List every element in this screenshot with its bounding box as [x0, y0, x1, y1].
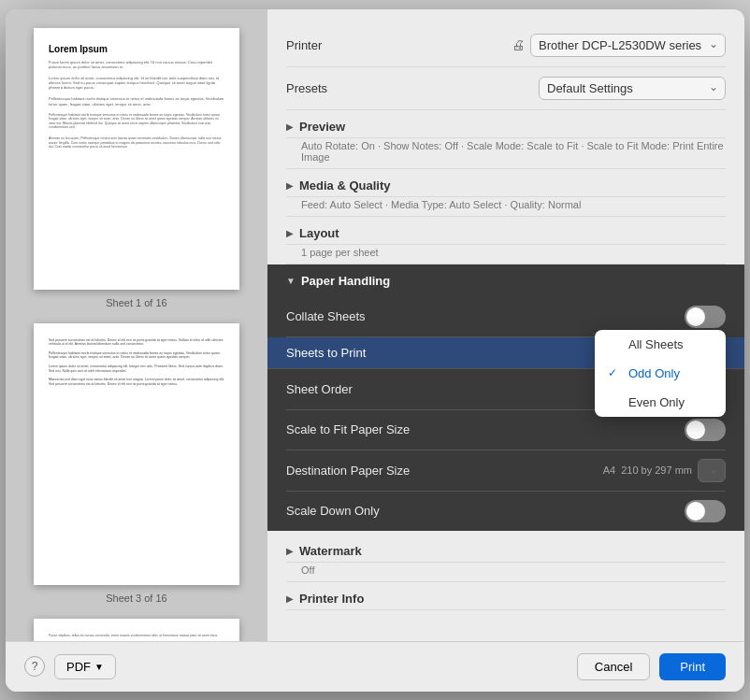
- layout-section-summary: 1 page per sheet: [286, 245, 726, 264]
- page-preview-3: Sed posuere consectetur est at lobortis.…: [34, 323, 239, 585]
- lorem-body-4: Pellentesque habitant morbi tristique se…: [49, 113, 224, 130]
- all-sheets-label: All Sheets: [628, 337, 684, 351]
- scale-to-fit-label: Scale to Fit Paper Size: [286, 422, 410, 436]
- paper-handling-section: ▼ Paper Handling Collate Sheets Sheets t…: [267, 264, 744, 531]
- presets-label: Presets: [286, 81, 327, 95]
- page-preview-5: Fusce dapibus, tellus ac cursus commodo,…: [34, 619, 239, 641]
- printer-info-chevron-icon: ▶: [286, 593, 294, 604]
- printer-field-row: Printer 🖨 Brother DCP-L2530DW series: [286, 24, 726, 67]
- scale-to-fit-toggle[interactable]: [685, 419, 726, 441]
- lorem-body-1: Fusce lorem ipsum dolor sit amet, consec…: [49, 60, 224, 69]
- printer-select[interactable]: Brother DCP-L2530DW series: [530, 34, 726, 57]
- destination-paper-size-value-container: A4 210 by 297 mm: [603, 459, 726, 482]
- sheet3-label: Sheet 3 of 16: [106, 593, 166, 604]
- paper-handling-header[interactable]: ▼ Paper Handling: [286, 264, 726, 297]
- bottom-right: Cancel Print: [577, 653, 726, 680]
- sheets-to-print-label: Sheets to Print: [286, 346, 366, 360]
- lorem-body-3: Pellentesque habitant morbi tristique se…: [49, 96, 224, 106]
- even-only-label: Even Only: [628, 395, 685, 409]
- collate-sheets-toggle[interactable]: [685, 306, 726, 328]
- layout-section-header[interactable]: ▶ Layout: [286, 217, 726, 245]
- presets-select[interactable]: Default Settings: [539, 77, 726, 100]
- presets-field-row: Presets Default Settings: [286, 67, 726, 110]
- help-button[interactable]: ?: [24, 656, 45, 677]
- paper-handling-chevron-icon: ▼: [286, 276, 296, 286]
- printer-info-section-title: Printer Info: [299, 592, 364, 606]
- layout-section-title: Layout: [299, 226, 339, 240]
- scale-down-only-label: Scale Down Only: [286, 504, 380, 518]
- watermark-section-title: Watermark: [299, 544, 362, 558]
- sheet-order-label: Sheet Order: [286, 382, 353, 396]
- preview-chevron-icon: ▶: [286, 121, 294, 132]
- layout-chevron-icon: ▶: [286, 228, 294, 238]
- presets-select-wrapper[interactable]: Default Settings: [539, 77, 726, 100]
- paper-handling-title: Paper Handling: [301, 274, 390, 288]
- pdf-chevron-icon: ▼: [94, 662, 104, 672]
- paper-size-value: A4: [603, 464, 615, 476]
- odd-only-label: Odd Only: [628, 366, 680, 380]
- odd-only-check-icon: ✓: [608, 366, 621, 379]
- lorem-ipsum-title: Lorem Ipsum: [49, 43, 224, 56]
- printer-icon: 🖨: [512, 37, 525, 52]
- preview-section-title: Preview: [299, 120, 345, 134]
- sheets-to-print-dropdown[interactable]: All Sheets ✓ Odd Only Even Only: [595, 330, 726, 417]
- odd-only-option[interactable]: ✓ Odd Only: [595, 359, 726, 388]
- preview-section-summary: Auto Rotate: On · Show Notes: Off · Scal…: [286, 138, 726, 169]
- pdf-label: PDF: [66, 660, 91, 674]
- all-sheets-option[interactable]: All Sheets: [595, 330, 726, 359]
- collate-sheets-label: Collate Sheets: [286, 309, 366, 323]
- printer-info-section-header[interactable]: ▶ Printer Info: [286, 582, 726, 610]
- sheet1-label: Sheet 1 of 16: [106, 297, 166, 308]
- media-quality-section-title: Media & Quality: [299, 179, 391, 193]
- printer-select-wrapper[interactable]: Brother DCP-L2530DW series: [530, 34, 726, 57]
- lorem-body-2: Lorem ipsum dolor sit amet, consectetur …: [49, 76, 224, 91]
- printer-label: Printer: [286, 38, 322, 52]
- media-quality-section-summary: Feed: Auto Select · Media Type: Auto Sel…: [286, 197, 726, 217]
- sheets-to-print-container: Sheets to Print All Sheets ✓ Odd Only: [286, 337, 726, 369]
- page-preview-1: Lorem Ipsum Fusce lorem ipsum dolor sit …: [34, 28, 239, 290]
- print-dialog: Lorem Ipsum Fusce lorem ipsum dolor sit …: [6, 9, 744, 692]
- bottom-bar: ? PDF ▼ Cancel Print: [6, 641, 744, 692]
- destination-paper-size-select-wrapper[interactable]: [698, 459, 726, 482]
- bottom-left: ? PDF ▼: [24, 654, 116, 679]
- preview-panel: Lorem Ipsum Fusce lorem ipsum dolor sit …: [6, 9, 267, 641]
- scale-down-only-row: Scale Down Only: [286, 492, 726, 531]
- print-button[interactable]: Print: [659, 653, 726, 680]
- pdf-button[interactable]: PDF ▼: [54, 654, 116, 679]
- scale-down-only-toggle[interactable]: [685, 500, 726, 522]
- media-quality-section-header[interactable]: ▶ Media & Quality: [286, 169, 726, 197]
- watermark-section-header[interactable]: ▶ Watermark: [286, 535, 726, 563]
- cancel-button[interactable]: Cancel: [577, 653, 650, 680]
- watermark-section-summary: Off: [286, 563, 726, 582]
- watermark-chevron-icon: ▶: [286, 546, 294, 556]
- destination-paper-size-select[interactable]: [698, 459, 726, 482]
- destination-paper-size-label: Destination Paper Size: [286, 464, 410, 478]
- preview-section-header[interactable]: ▶ Preview: [286, 110, 726, 138]
- destination-paper-size-row: Destination Paper Size A4 210 by 297 mm: [286, 450, 726, 492]
- paper-size-dimensions: 210 by 297 mm: [621, 464, 692, 476]
- even-only-option[interactable]: Even Only: [595, 388, 726, 417]
- settings-panel: Printer 🖨 Brother DCP-L2530DW series Pre…: [267, 9, 744, 641]
- media-chevron-icon: ▶: [286, 180, 294, 191]
